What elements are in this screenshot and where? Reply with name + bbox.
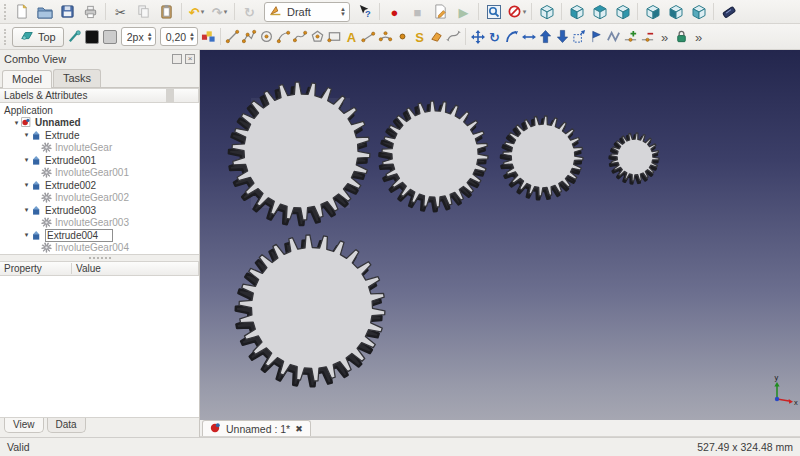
draft-upgrade-button[interactable] xyxy=(537,27,554,47)
draft-trim-button[interactable] xyxy=(520,27,537,47)
tree-item-InvoluteGear003[interactable]: InvoluteGear003 xyxy=(0,217,199,230)
tree-item-InvoluteGear[interactable]: InvoluteGear xyxy=(0,142,199,155)
close-panel-icon[interactable]: × xyxy=(185,54,195,64)
refresh-button[interactable]: ↻ xyxy=(238,2,261,22)
view-front-button[interactable] xyxy=(565,2,588,22)
draft-edit-button[interactable] xyxy=(588,27,605,47)
view-rear-button[interactable] xyxy=(641,2,664,22)
draft-text-button[interactable]: A xyxy=(343,27,360,47)
view-right-button[interactable] xyxy=(611,2,634,22)
draft-bspline-button[interactable] xyxy=(292,27,309,47)
paste-button[interactable] xyxy=(155,2,178,22)
gear-InvoluteGear003[interactable] xyxy=(610,133,659,183)
workbench-selector[interactable]: Draft▲▼ xyxy=(264,2,350,22)
tree-item-InvoluteGear001[interactable]: InvoluteGear001 xyxy=(0,167,199,180)
draft-rotate-button[interactable]: ↻ xyxy=(486,27,503,47)
draft-scale-button[interactable] xyxy=(571,27,588,47)
draft-bezier-button[interactable] xyxy=(445,27,462,47)
close-tab-icon[interactable]: ✖ xyxy=(295,424,303,434)
draft-polygon-button[interactable] xyxy=(309,27,326,47)
draft-line-button[interactable] xyxy=(224,27,241,47)
toolbar-overflow-left[interactable]: » xyxy=(656,27,673,47)
tab-model[interactable]: Model xyxy=(2,70,52,88)
copy-button[interactable] xyxy=(132,2,155,22)
draft-arc-3points-button[interactable] xyxy=(377,27,394,47)
tree-item-Extrude002[interactable]: ▾Extrude002 xyxy=(0,179,199,192)
expander-icon[interactable]: ▾ xyxy=(22,181,31,189)
draft-facebinder-button[interactable] xyxy=(428,27,445,47)
save-button[interactable] xyxy=(56,2,79,22)
draw-style-button[interactable]: ▾ xyxy=(505,2,528,22)
draft-move-button[interactable] xyxy=(469,27,486,47)
standard-toolbar-grip[interactable] xyxy=(4,4,7,20)
measure-distance-button[interactable] xyxy=(717,2,740,22)
new-file-button[interactable] xyxy=(10,2,33,22)
print-button[interactable] xyxy=(79,2,102,22)
draft-dimension-button[interactable] xyxy=(360,27,377,47)
undo-button[interactable]: ↶▾ xyxy=(185,2,208,22)
document-tab[interactable]: Unnamed : 1* ✖ xyxy=(202,420,311,436)
tree-item-Extrude004[interactable]: ▾Extrude004 xyxy=(0,229,199,242)
float-panel-icon[interactable] xyxy=(172,54,182,64)
redo-button[interactable]: ↷▾ xyxy=(208,2,231,22)
toolbar-overflow-right[interactable]: » xyxy=(690,27,707,47)
property-column-header[interactable]: Property xyxy=(0,263,72,274)
value-column-header[interactable]: Value xyxy=(72,263,105,274)
draft-downgrade-button[interactable] xyxy=(554,27,571,47)
draft-shapestring-button[interactable]: S xyxy=(411,27,428,47)
column-divider[interactable] xyxy=(166,89,174,102)
draft-offset-button[interactable] xyxy=(503,27,520,47)
working-plane-button[interactable]: Top xyxy=(12,27,64,47)
line-color-swatch[interactable] xyxy=(85,30,99,44)
draft-rectangle-button[interactable] xyxy=(326,27,343,47)
gear-InvoluteGear002[interactable] xyxy=(501,116,583,199)
view-axonometric-button[interactable] xyxy=(535,2,558,22)
draft-arc-button[interactable] xyxy=(275,27,292,47)
text-scale-spinbox[interactable]: 0,20▲▼ xyxy=(160,27,198,46)
tab-data[interactable]: Data xyxy=(47,418,86,433)
whats-this-button[interactable]: ? xyxy=(353,2,376,22)
fit-all-button[interactable] xyxy=(482,2,505,22)
view-bottom-button[interactable] xyxy=(664,2,687,22)
lock-toggle-button[interactable] xyxy=(673,27,690,47)
expander-icon[interactable]: ▾ xyxy=(22,206,31,214)
gear-InvoluteGear001[interactable] xyxy=(379,101,488,211)
draft-point-button[interactable] xyxy=(394,27,411,47)
open-file-button[interactable] xyxy=(33,2,56,22)
3d-viewport[interactable]: y x xyxy=(200,50,800,420)
macro-play-button[interactable]: ▶ xyxy=(452,2,475,22)
expander-icon[interactable]: ▾ xyxy=(12,119,21,127)
draft-circle-button[interactable] xyxy=(258,27,275,47)
tree-column-header[interactable]: Labels & Attributes xyxy=(0,88,199,103)
tree-item-InvoluteGear004[interactable]: InvoluteGear004 xyxy=(0,242,199,255)
apply-style-button[interactable] xyxy=(200,27,217,47)
draft-remove-point-button[interactable] xyxy=(639,27,656,47)
view-top-button[interactable] xyxy=(588,2,611,22)
property-editor[interactable] xyxy=(0,276,199,418)
view-left-button[interactable] xyxy=(687,2,710,22)
macro-record-button[interactable]: ● xyxy=(383,2,406,22)
tree-item-Unnamed[interactable]: ▾Unnamed xyxy=(0,117,199,130)
gear-InvoluteGear004[interactable] xyxy=(236,235,385,386)
construction-mode-toggle[interactable] xyxy=(66,27,83,47)
tree-item-Extrude[interactable]: ▾Extrude xyxy=(0,129,199,142)
tree-item-Extrude001[interactable]: ▾Extrude001 xyxy=(0,154,199,167)
tree-item-Extrude003[interactable]: ▾Extrude003 xyxy=(0,204,199,217)
face-color-swatch[interactable] xyxy=(103,30,117,44)
expander-icon[interactable]: ▾ xyxy=(22,231,31,239)
tree-item-InvoluteGear002[interactable]: InvoluteGear002 xyxy=(0,192,199,205)
draft-toolbar-grip[interactable] xyxy=(4,29,7,45)
macro-stop-button[interactable]: ■ xyxy=(406,2,429,22)
cut-button[interactable]: ✂ xyxy=(109,2,132,22)
tree-item-Application[interactable]: Application xyxy=(0,104,199,117)
line-width-spinbox[interactable]: 2px▲▼ xyxy=(121,27,156,46)
expander-icon[interactable]: ▾ xyxy=(22,131,31,139)
draft-wire-join-button[interactable] xyxy=(605,27,622,47)
macro-edit-button[interactable] xyxy=(429,2,452,22)
combo-view-panel: Combo View × Model Tasks Labels & Attrib… xyxy=(0,50,200,437)
draft-add-point-button[interactable] xyxy=(622,27,639,47)
draft-wire-button[interactable] xyxy=(241,27,258,47)
expander-icon[interactable]: ▾ xyxy=(22,156,31,164)
tab-view[interactable]: View xyxy=(4,418,44,433)
tab-tasks[interactable]: Tasks xyxy=(53,69,101,87)
